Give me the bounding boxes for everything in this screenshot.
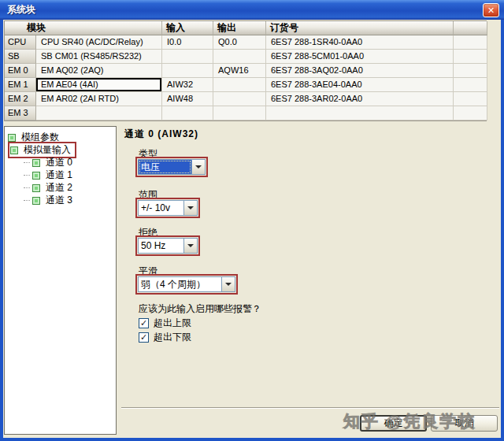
order-cell: 6ES7 288-5CM01-0AA0 (266, 50, 454, 64)
column-header-blank (454, 21, 487, 35)
close-icon: ✕ (487, 6, 495, 16)
button-separator (121, 407, 499, 409)
module-cell[interactable] (36, 106, 162, 120)
input-cell: I0.0 (162, 35, 213, 50)
chevron-down-icon (225, 283, 232, 286)
column-header-module: 模块 (5, 21, 162, 35)
input-cell: AIW32 (162, 78, 213, 92)
module-cell[interactable]: EM AQ02 (2AQ) (36, 64, 162, 78)
tree-item-channel-1[interactable]: 通道 1 (8, 169, 114, 181)
dropdown-button[interactable] (183, 201, 197, 215)
blank-cell (454, 64, 487, 78)
order-cell: 6ES7 288-3AE04-0AA0 (266, 78, 454, 92)
close-button[interactable]: ✕ (483, 3, 499, 17)
dropdown-button[interactable] (183, 239, 197, 253)
dropdown-button[interactable] (191, 160, 205, 174)
input-cell: AIW48 (162, 92, 213, 106)
tree-item-channel-3[interactable]: 通道 3 (8, 195, 114, 206)
row-header-em1[interactable]: EM 1 (5, 78, 36, 92)
settings-tree: 模组参数 模拟量输入 通道 0 通道 1 通道 2 通道 3 (4, 126, 117, 435)
tree-node-icon (32, 172, 40, 180)
annotation-highlight-box: 电压 (135, 157, 208, 177)
tree-node-icon (32, 197, 40, 205)
checkbox-box[interactable]: ✓ (139, 318, 149, 328)
row-header-cpu[interactable]: CPU (5, 35, 36, 50)
annotation-highlight-box: 弱（4 个周期） (135, 274, 238, 295)
blank-cell (454, 35, 487, 50)
cancel-button[interactable]: 取消 (431, 415, 498, 432)
blank-cell (454, 106, 487, 120)
order-cell: 6ES7 288-3AQ02-0AA0 (266, 64, 454, 78)
module-cell-selected[interactable]: EM AE04 (4AI) (36, 78, 162, 92)
output-cell (213, 50, 266, 64)
checkbox-label: 超出下限 (154, 331, 191, 344)
checkbox-label: 超出上限 (154, 317, 191, 330)
chevron-down-icon (195, 165, 202, 169)
column-header-order: 订货号 (266, 21, 454, 35)
module-cell[interactable]: CPU SR40 (AC/DC/Relay) (36, 35, 162, 50)
system-block-dialog: 系统块 ✕ 模块 输入 输出 订货号 CPU CPU SR40 (AC/DC/R… (0, 0, 504, 441)
module-cell[interactable]: SB CM01 (RS485/RS232) (36, 50, 162, 64)
annotation-highlight-box: +/- 10v (135, 198, 200, 218)
checkbox-upper-limit[interactable]: ✓ 超出上限 (139, 317, 191, 330)
smoothing-dropdown[interactable]: 弱（4 个周期） (138, 276, 235, 292)
input-cell (162, 50, 213, 64)
rejection-dropdown[interactable]: 50 Hz (138, 238, 198, 254)
order-cell: 6ES7 288-1SR40-0AA0 (266, 35, 454, 50)
output-cell: Q0.0 (213, 35, 266, 50)
input-cell (162, 64, 213, 78)
annotation-highlight-box: 50 Hz (135, 235, 200, 256)
channel-panel-title: 通道 0 (AIW32) (124, 128, 198, 141)
blank-cell (454, 50, 487, 64)
row-header-sb[interactable]: SB (5, 50, 36, 64)
type-dropdown[interactable]: 电压 (138, 159, 206, 175)
module-cell[interactable]: EM AR02 (2AI RTD) (36, 92, 162, 106)
tree-node-icon (8, 134, 16, 142)
order-cell (266, 106, 454, 120)
tree-item-analog-input[interactable]: 模拟量输入 (8, 144, 114, 156)
module-table: 模块 输入 输出 订货号 CPU CPU SR40 (AC/DC/Relay) … (4, 20, 487, 121)
output-cell (213, 78, 266, 92)
checkmark-icon: ✓ (140, 333, 147, 342)
column-header-output: 输出 (213, 21, 266, 35)
blank-cell (454, 78, 487, 92)
output-cell (213, 106, 266, 120)
blank-cell (454, 92, 487, 106)
row-header-em2[interactable]: EM 2 (5, 92, 36, 106)
output-cell (213, 92, 266, 106)
chevron-down-icon (187, 244, 194, 247)
tree-node-icon (32, 159, 40, 167)
title-bar: 系统块 (0, 0, 504, 20)
tree-item-channel-0[interactable]: 通道 0 (8, 157, 114, 169)
input-cell (162, 106, 213, 120)
checkbox-box[interactable]: ✓ (139, 332, 149, 343)
ok-button[interactable]: 确定 (360, 415, 427, 432)
checkmark-icon: ✓ (140, 319, 147, 328)
tree-node-icon (10, 146, 18, 154)
tree-item-channel-2[interactable]: 通道 2 (8, 182, 114, 194)
row-header-em3[interactable]: EM 3 (5, 106, 36, 120)
window-title: 系统块 (0, 3, 35, 17)
alarm-question-text: 应该为此输入启用哪些报警？ (139, 302, 261, 316)
checkbox-lower-limit[interactable]: ✓ 超出下限 (139, 331, 191, 344)
order-cell: 6ES7 288-3AR02-0AA0 (266, 92, 454, 106)
row-header-em0[interactable]: EM 0 (5, 64, 36, 78)
range-dropdown[interactable]: +/- 10v (138, 200, 198, 216)
dropdown-button[interactable] (221, 277, 235, 291)
chevron-down-icon (187, 206, 194, 209)
tree-node-icon (32, 184, 40, 192)
column-header-input: 输入 (162, 21, 213, 35)
output-cell: AQW16 (213, 64, 266, 78)
